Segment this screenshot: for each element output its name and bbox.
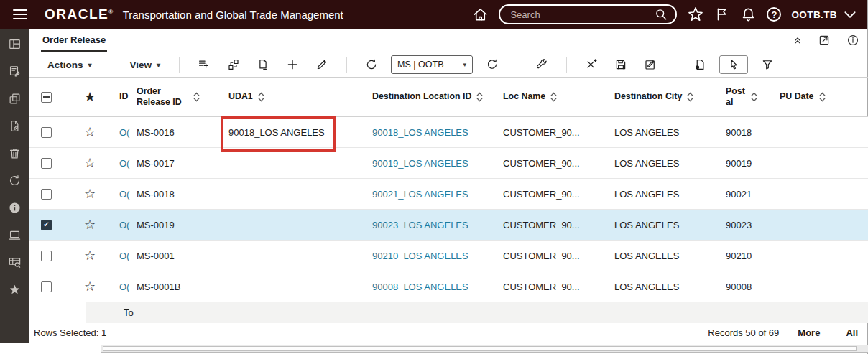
refresh-icon[interactable] — [361, 58, 382, 71]
column-label: Postal — [726, 86, 746, 108]
search-icon[interactable] — [654, 7, 668, 22]
link-dest-loc-id[interactable]: 90021_LOS ANGELES — [372, 189, 468, 200]
user-menu[interactable]: OOTB.TB — [791, 9, 857, 20]
favorites-star-sidebar-icon[interactable] — [8, 283, 22, 297]
sort-icon[interactable] — [476, 92, 483, 102]
filter-icon[interactable] — [757, 58, 777, 71]
column-header-postal[interactable]: Postal — [719, 86, 772, 108]
sort-icon[interactable] — [819, 92, 826, 102]
column-header-pu-date[interactable]: PU Date — [772, 91, 868, 103]
star-filled-icon[interactable]: ★ — [84, 90, 96, 104]
column-header-dest-city[interactable]: Destination City — [607, 91, 719, 103]
link-dest-loc-id[interactable]: 90019_LOS ANGELES — [372, 158, 468, 169]
pointer-select-tool[interactable] — [719, 55, 748, 74]
row-checkbox-cell — [29, 158, 73, 169]
column-header-loc-name[interactable]: Loc Name — [496, 91, 607, 103]
column-label: Loc Name — [503, 91, 545, 103]
copy-icon[interactable] — [8, 92, 22, 106]
row-checkbox[interactable] — [41, 158, 52, 169]
document-copy-icon[interactable] — [690, 58, 710, 71]
info-icon[interactable] — [8, 201, 22, 215]
view-menu-button[interactable]: View▾ — [126, 60, 165, 70]
table-row[interactable]: ☆O(MS-001790019_LOS ANGELESCUSTOMER_90..… — [29, 148, 868, 179]
unmatch-icon[interactable] — [581, 58, 601, 71]
table-row[interactable]: ☆O(MS-000190210_LOS ANGELESCUSTOMER_90..… — [29, 241, 868, 271]
notifications-bell-icon[interactable] — [740, 6, 757, 23]
star-outline-icon[interactable]: ☆ — [84, 248, 96, 263]
add-to-list-icon[interactable] — [194, 58, 214, 71]
star-outline-icon[interactable]: ☆ — [84, 156, 96, 170]
edit-record-icon[interactable] — [640, 58, 660, 71]
sort-icon[interactable] — [258, 92, 264, 102]
add-icon[interactable] — [282, 58, 303, 71]
link-id-text[interactable]: O( — [119, 158, 129, 169]
help-icon[interactable]: ? — [767, 7, 781, 22]
global-search-box[interactable] — [499, 4, 677, 24]
link-id-text[interactable]: O( — [119, 189, 129, 200]
document-edit-icon[interactable] — [8, 119, 22, 133]
table-row[interactable]: ☆O(MS-0001B90008_LOS ANGELESCUSTOMER_90.… — [29, 271, 868, 302]
column-header-id-text[interactable]: ID — [106, 91, 131, 103]
column-header-uda1[interactable]: UDA1 — [223, 91, 365, 103]
home-icon[interactable] — [472, 6, 489, 23]
table-search-icon[interactable] — [8, 256, 22, 269]
column-header-dest-loc-id[interactable]: Destination Location ID — [365, 91, 496, 103]
column-header-order-release-id[interactable]: Order Release ID — [131, 86, 223, 108]
table-row[interactable]: ☆O(MS-001890021_LOS ANGELESCUSTOMER_90..… — [29, 179, 868, 210]
link-dest-loc-id[interactable]: 90210_LOS ANGELES — [372, 251, 468, 261]
remove-document-icon[interactable] — [253, 58, 273, 71]
all-button[interactable]: All — [846, 327, 858, 338]
flag-icon[interactable] — [714, 6, 730, 22]
star-outline-icon[interactable]: ☆ — [84, 279, 96, 294]
row-checkbox[interactable] — [41, 220, 52, 230]
sort-icon[interactable] — [751, 92, 757, 102]
star-outline-icon[interactable]: ☆ — [84, 218, 96, 232]
tab-order-release[interactable]: Order Release — [41, 29, 107, 52]
edit-pencil-icon[interactable] — [312, 58, 332, 71]
cell-dest-city: LOS ANGELES — [607, 281, 719, 292]
table-row[interactable]: ☆O(MS-001990023_LOS ANGELESCUSTOMER_90..… — [29, 210, 868, 241]
star-outline-icon[interactable]: ☆ — [84, 187, 96, 201]
row-checkbox[interactable] — [41, 189, 52, 200]
select-all-checkbox[interactable] — [41, 92, 52, 103]
saved-search-select[interactable]: MS | OOTB▾ — [391, 55, 473, 74]
more-button[interactable]: More — [798, 327, 820, 338]
link-dest-loc-id[interactable]: 90008_LOS ANGELES — [372, 281, 468, 292]
refresh-icon[interactable] — [8, 174, 22, 187]
collapse-panel-icon[interactable] — [793, 36, 802, 45]
column-label: Destination City — [614, 91, 682, 103]
menu-icon[interactable] — [13, 9, 29, 20]
link-id-text[interactable]: O( — [119, 127, 129, 138]
actions-menu-button[interactable]: Actions▾ — [43, 60, 96, 70]
scrollbar-thumb[interactable] — [103, 346, 857, 351]
wrench-icon[interactable] — [532, 58, 552, 71]
open-in-new-window-icon[interactable] — [818, 34, 831, 47]
rearrange-icon[interactable] — [223, 58, 244, 71]
save-icon[interactable] — [611, 58, 631, 71]
edit-note-icon[interactable] — [8, 65, 22, 78]
row-checkbox[interactable] — [41, 281, 52, 292]
row-favorite-cell: ☆ — [73, 218, 106, 232]
cell-dest-loc-id: 90210_LOS ANGELES — [365, 251, 496, 261]
link-dest-loc-id[interactable]: 90023_LOS ANGELES — [372, 220, 468, 230]
row-checkbox[interactable] — [41, 127, 52, 138]
sort-icon[interactable] — [550, 92, 557, 102]
scrollbar-track[interactable] — [101, 345, 868, 353]
reload-results-icon[interactable] — [482, 58, 502, 71]
trash-icon[interactable] — [8, 146, 22, 160]
link-id-text[interactable]: O( — [119, 220, 129, 230]
link-dest-loc-id[interactable]: 90018_LOS ANGELES — [372, 127, 468, 138]
cell-id-text: O( — [106, 281, 131, 292]
search-input[interactable] — [510, 9, 654, 20]
link-id-text[interactable]: O( — [119, 251, 129, 261]
link-id-text[interactable]: O( — [119, 281, 129, 292]
star-outline-icon[interactable]: ☆ — [84, 125, 96, 139]
monitor-icon[interactable] — [8, 228, 22, 242]
sort-icon[interactable] — [687, 92, 693, 102]
page-info-icon[interactable] — [846, 34, 859, 47]
sort-icon[interactable] — [193, 92, 200, 102]
dashboard-icon[interactable] — [8, 37, 22, 51]
table-row[interactable]: ☆O(MS-001690018_LOS ANGELES90018_LOS ANG… — [29, 117, 868, 148]
favorites-star-icon[interactable] — [687, 6, 704, 23]
row-checkbox[interactable] — [41, 251, 52, 261]
